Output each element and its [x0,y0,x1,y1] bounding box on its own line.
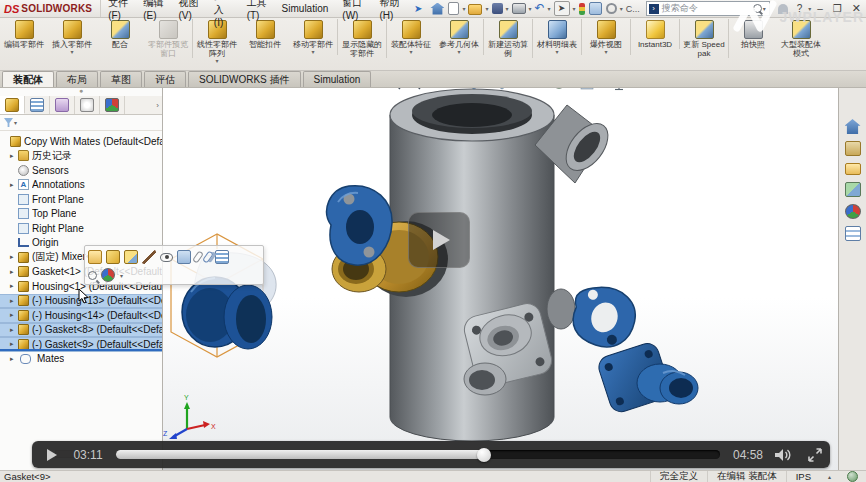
home-icon[interactable] [430,3,444,15]
external-list-icon[interactable] [215,250,229,264]
tab-layout[interactable]: 布局 [56,71,98,87]
select-arrow-icon[interactable]: ➤ [554,1,570,16]
new-dropdown-caret[interactable]: ▾ [462,5,465,12]
panel-grip[interactable]: ● [0,87,162,96]
status-units[interactable]: IPS [786,471,820,482]
view-palette-icon[interactable] [845,182,861,197]
dimxpertmanager-tab[interactable] [75,96,100,114]
dropdown-caret-icon[interactable]: ▾ [604,50,607,55]
expand-arrow-icon[interactable]: ▸ [10,268,18,276]
ribbon-update-speedpak[interactable]: 更新 Speedpak [680,19,729,58]
search-dropdown-caret[interactable]: ▾ [763,5,766,12]
select-dropdown-caret[interactable]: ▾ [573,5,576,12]
restore-button[interactable]: ❐ [828,3,847,14]
tab-evaluate[interactable]: 评估 [144,71,186,87]
volume-button[interactable] [773,447,793,463]
expand-arrow-icon[interactable]: ▸ [10,311,18,319]
ribbon-show-hidden[interactable]: 显示隐藏的零部件 [338,19,387,58]
ribbon-take-snapshot[interactable]: 拍快照 [729,19,777,49]
print-dropdown-caret[interactable]: ▾ [529,5,532,12]
fullscreen-button[interactable] [807,447,823,463]
featuremanager-tab[interactable] [0,96,25,114]
expand-arrow-icon[interactable]: ▸ [10,152,18,160]
options-dropdown-caret[interactable]: ▾ [620,5,623,12]
ribbon-insert-components[interactable]: 插入零部件▾ [48,19,96,55]
tree-item-sensors[interactable]: Sensors [0,163,162,178]
open-icon[interactable] [468,4,482,15]
ribbon-edit-component[interactable]: 编辑零部件 [0,19,48,49]
dropdown-caret-icon[interactable]: ▾ [457,50,460,55]
dropdown-caret-icon[interactable]: ▾ [311,50,314,55]
ribbon-bill-of-materials[interactable]: 材料明细表▾ [533,19,582,55]
tab-solidworks-addins[interactable]: SOLIDWORKS 插件 [188,71,301,87]
save-dropdown-caret[interactable]: ▾ [506,5,509,12]
expand-arrow-icon[interactable]: ▸ [10,253,18,261]
tree-item-housing-14[interactable]: ▸ (-) Housing<14> (Default<<Defau [0,308,162,323]
tree-item-mates[interactable]: ▸ Mates [0,352,162,367]
menu-simulation[interactable]: Simulation [275,0,336,17]
appearances-icon[interactable] [845,204,861,219]
dropdown-caret-icon[interactable]: ▾ [215,59,218,64]
new-document-icon[interactable] [448,2,459,15]
overflow-label[interactable]: C... [626,4,640,14]
custom-properties-icon[interactable] [845,226,861,241]
ribbon-move-component[interactable]: 移动零部件▾ [289,19,338,55]
blue-gasket-right[interactable] [564,279,642,354]
component-preview-icon[interactable] [177,250,191,264]
pin-menu-icon[interactable]: ➤ [408,3,428,14]
undo-dropdown-caret[interactable]: ▾ [548,5,551,12]
video-play-overlay-button[interactable] [408,212,470,268]
help-button[interactable]: ? [792,3,808,14]
tab-simulation[interactable]: Simulation [303,71,372,87]
ribbon-instant3d[interactable]: Instant3D [631,19,680,49]
ribbon-smart-fasteners[interactable]: 智能扣件 [241,19,289,49]
performance-icon[interactable] [579,3,585,15]
tab-assembly[interactable]: 装配体 [2,71,54,87]
graphics-viewport[interactable]: Y X Z [163,87,838,470]
filter-funnel-icon[interactable] [4,118,13,127]
command-search-input[interactable]: › 搜索命令 ▾ [646,1,770,16]
ribbon-mate[interactable]: 配合 [96,19,144,49]
menu-insert[interactable]: 插入(I) [207,0,240,17]
player-play-button[interactable] [44,447,60,463]
tree-item-annotations[interactable]: ▸ A Annotations [0,178,162,193]
display-pane-icon[interactable] [589,2,602,15]
delete-icon[interactable] [142,250,156,264]
tree-root-assembly[interactable]: Copy With Mates (Default<Default_Di [0,134,162,149]
tab-sketch[interactable]: 草图 [100,71,142,87]
undo-icon[interactable]: ↶ [535,3,545,15]
panel-tabs-overflow[interactable]: › [125,96,162,114]
edit-part-icon[interactable] [106,250,120,264]
login-user-icon[interactable] [778,4,788,14]
ribbon-reference-geometry[interactable]: 参考几何体▾ [435,19,484,55]
tree-item-gasket-8[interactable]: ▸ (-) Gasket<8> (Default<<Default> [0,323,162,338]
close-button[interactable]: ✕ [847,2,866,15]
menu-edit[interactable]: 编辑(E) [136,0,171,17]
search-icon[interactable] [753,4,762,13]
save-icon[interactable] [492,3,503,14]
menu-file[interactable]: 文件(F) [101,0,136,17]
ribbon-large-assembly-mode[interactable]: 大型装配体模式 [777,19,825,58]
ribbon-exploded-view[interactable]: 爆炸视图▾ [582,19,631,55]
tree-item-front-plane[interactable]: Front Plane [0,192,162,207]
isolate-icon[interactable] [124,250,138,264]
filter-dropdown-caret[interactable]: ▾ [14,119,17,126]
expand-arrow-icon[interactable]: ▸ [10,340,18,348]
expand-arrow-icon[interactable]: ▸ [10,297,18,305]
ribbon-new-motion-study[interactable]: 新建运动算例 [484,19,533,58]
open-dropdown-caret[interactable]: ▾ [485,5,488,12]
menu-window[interactable]: 窗口(W) [335,0,372,17]
home-tab-icon[interactable] [845,119,861,134]
displaymanager-tab[interactable] [100,96,125,114]
tree-item-right-plane[interactable]: Right Plane [0,221,162,236]
minimize-button[interactable]: ‒ [812,3,828,14]
appearance-icon[interactable] [101,268,115,282]
dropdown-caret-icon[interactable]: ▾ [555,50,558,55]
tree-item-top-plane[interactable]: Top Plane [0,207,162,222]
zoom-to-selection-icon[interactable] [88,271,97,280]
gray-flange-stub[interactable] [464,363,506,395]
design-library-icon[interactable] [845,141,861,156]
progress-bar[interactable] [116,450,720,459]
units-dropdown-caret[interactable]: ▴ [820,473,839,480]
expand-arrow-icon[interactable]: ▸ [10,282,18,290]
